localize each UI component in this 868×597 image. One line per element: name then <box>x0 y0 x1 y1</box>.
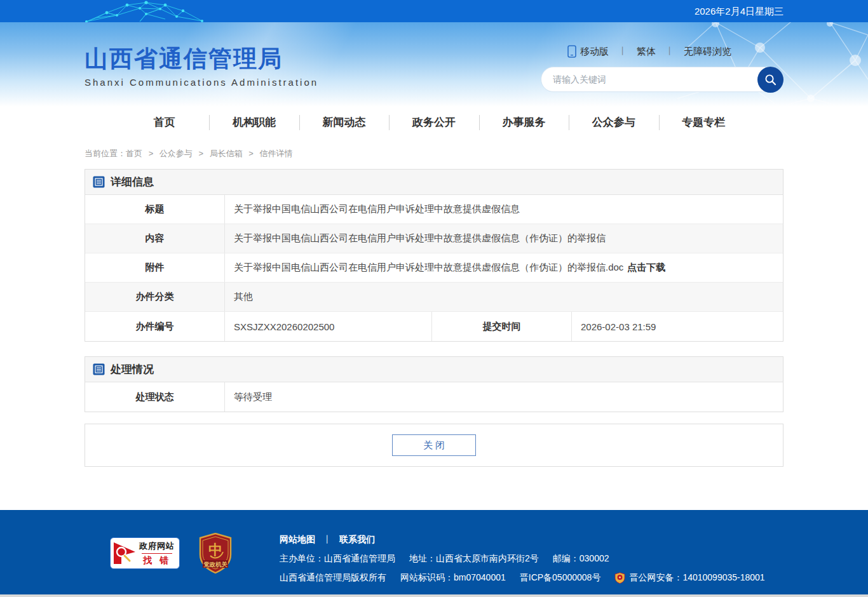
find-error-line2: 找 错 <box>137 555 177 567</box>
network-lines-decoration <box>677 22 868 107</box>
content-value: 关于举报中国电信山西公司在电信用户申诉处理中故意提供虚假信息（作伪证）的举报信 <box>225 224 783 253</box>
document-icon <box>93 363 105 375</box>
table-row-subject: 标题 关于举报中国电信山西公司在电信用户申诉处理中故意提供虚假信息 <box>85 195 783 224</box>
search-icon <box>764 74 776 86</box>
public-security-badge-icon <box>614 572 625 584</box>
detail-section-title: 详细信息 <box>111 175 154 189</box>
footer-links: 网站地图 丨 联系我们 <box>280 534 765 546</box>
top-bar: 2026年2月4日星期三 <box>0 0 868 22</box>
detail-info-header: 详细信息 <box>85 170 783 195</box>
content-label: 内容 <box>85 224 225 253</box>
case-number-value: SXSJZXX20260202500 <box>225 312 432 341</box>
contact-us-link[interactable]: 联系我们 <box>339 534 375 546</box>
sitemap-link[interactable]: 网站地图 <box>280 534 315 546</box>
postcode: 邮编：030002 <box>553 553 609 565</box>
traditional-chinese-label: 繁体 <box>637 46 656 58</box>
icp-record: 晋ICP备05000008号 <box>520 572 601 584</box>
header-banner: 山西省通信管理局 Shanxi Communications Administr… <box>0 22 868 107</box>
detail-info-panel: 详细信息 标题 关于举报中国电信山西公司在电信用户申诉处理中故意提供虚假信息 内… <box>85 169 783 342</box>
footer-info-line2: 山西省通信管理局版权所有 网站标识码：bm07040001 晋ICP备05000… <box>280 572 765 584</box>
submit-time-label: 提交时间 <box>432 312 572 341</box>
breadcrumb-separator: > <box>198 149 203 158</box>
footer-info-line1: 主办单位：山西省通信管理局 地址：山西省太原市南内环街2号 邮编：030002 <box>280 553 765 565</box>
find-error-divider <box>142 553 172 554</box>
search-input[interactable] <box>553 74 782 84</box>
action-bar: 关 闭 <box>85 424 783 467</box>
processing-header: 处理情况 <box>85 357 783 382</box>
close-button[interactable]: 关 闭 <box>392 434 476 456</box>
breadcrumb: 当前位置：首页 > 公众参与 > 局长信箱 > 信件详情 <box>85 148 783 159</box>
nav-item-news[interactable]: 新闻动态 <box>299 107 389 138</box>
site-identifier-code: 网站标识码：bm07040001 <box>400 572 506 584</box>
attachment-filename: 关于举报中国电信山西公司在电信用户申诉处理中故意提供虚假信息（作伪证）的举报信.… <box>234 262 623 274</box>
table-row-status: 处理状态 等待受理 <box>85 382 783 412</box>
status-label: 处理状态 <box>85 382 225 412</box>
phone-icon <box>567 45 576 58</box>
link-divider: 丨 <box>618 46 627 57</box>
nav-item-special-topics[interactable]: 专题专栏 <box>659 107 749 138</box>
footer-text-block: 网站地图 丨 联系我们 主办单位：山西省通信管理局 地址：山西省太原市南内环街2… <box>280 534 765 584</box>
table-row-case-number: 办件编号 SXSJZXX20260202500 提交时间 2026-02-03 … <box>85 312 783 341</box>
table-row-attachment: 附件 关于举报中国电信山西公司在电信用户申诉处理中故意提供虚假信息（作伪证）的举… <box>85 253 783 283</box>
find-error-line1: 政府网站 <box>137 540 177 552</box>
category-label: 办件分类 <box>85 283 225 311</box>
footer-link-divider: 丨 <box>323 534 332 546</box>
link-divider: 丨 <box>665 46 674 57</box>
red-flag-magnifier-icon <box>112 540 137 566</box>
processing-section-title: 处理情况 <box>111 362 154 377</box>
quick-links: 移动版 丨 繁体 丨 无障碍浏览 <box>567 45 731 58</box>
breadcrumb-public-participation[interactable]: 公众参与 <box>159 149 193 158</box>
mobile-version-label: 移动版 <box>580 46 609 58</box>
site-title: 山西省通信管理局 <box>85 46 318 72</box>
submit-time-value: 2026-02-03 21:59 <box>572 312 783 341</box>
security-record[interactable]: 晋公网安备：14010099035-18001 <box>629 572 764 584</box>
breadcrumb-prefix: 当前位置： <box>85 149 126 158</box>
network-globe-decoration <box>81 0 208 22</box>
traditional-chinese-link[interactable]: 繁体 <box>637 46 656 58</box>
accessibility-label: 无障碍浏览 <box>684 46 731 58</box>
accessibility-link[interactable]: 无障碍浏览 <box>684 46 731 58</box>
nav-item-services[interactable]: 办事服务 <box>479 107 569 138</box>
mobile-version-link[interactable]: 移动版 <box>567 45 609 58</box>
main-navigation: 首页 机构职能 新闻动态 政务公开 办事服务 公众参与 专题专栏 <box>0 107 868 138</box>
nav-item-public-participation[interactable]: 公众参与 <box>569 107 658 138</box>
site-title-english: Shanxi Communications Administration <box>85 77 318 88</box>
party-gov-organ-badge[interactable]: 中 党政机关 <box>198 533 233 576</box>
host-unit: 主办单位：山西省通信管理局 <box>280 553 395 565</box>
breadcrumb-home[interactable]: 首页 <box>126 149 142 158</box>
attachment-cell: 关于举报中国电信山西公司在电信用户申诉处理中故意提供虚假信息（作伪证）的举报信.… <box>225 253 783 282</box>
nav-item-home[interactable]: 首页 <box>119 107 209 138</box>
subject-value: 关于举报中国电信山西公司在电信用户申诉处理中故意提供虚假信息 <box>225 195 783 224</box>
site-logo: 山西省通信管理局 Shanxi Communications Administr… <box>85 46 318 88</box>
page-bottom-strip <box>0 594 868 597</box>
breadcrumb-letter-detail: 信件详情 <box>260 149 293 158</box>
nav-item-gov-disclosure[interactable]: 政务公开 <box>389 107 478 138</box>
table-row-content: 内容 关于举报中国电信山西公司在电信用户申诉处理中故意提供虚假信息（作伪证）的举… <box>85 224 783 253</box>
category-value: 其他 <box>225 283 783 311</box>
breadcrumb-director-mailbox[interactable]: 局长信箱 <box>210 149 243 158</box>
breadcrumb-separator: > <box>248 149 254 158</box>
breadcrumb-separator: > <box>149 149 154 158</box>
nav-item-functions[interactable]: 机构职能 <box>209 107 299 138</box>
current-date: 2026年2月4日星期三 <box>695 0 783 22</box>
subject-label: 标题 <box>85 195 225 224</box>
search-button[interactable] <box>757 67 783 93</box>
party-badge-text: 党政机关 <box>203 561 228 568</box>
case-number-label: 办件编号 <box>85 312 225 341</box>
find-error-texts: 政府网站 找 错 <box>137 540 177 567</box>
gov-site-error-report-badge[interactable]: 政府网站 找 错 <box>110 537 180 569</box>
copyright: 山西省通信管理局版权所有 <box>280 572 386 584</box>
attachment-label: 附件 <box>85 253 225 282</box>
red-shield-emblem-icon: 中 党政机关 <box>198 533 233 574</box>
processing-panel: 处理情况 处理状态 等待受理 <box>85 356 783 412</box>
table-row-category: 办件分类 其他 <box>85 283 783 312</box>
download-link[interactable]: 点击下载 <box>627 262 665 274</box>
document-icon <box>93 176 105 188</box>
address: 地址：山西省太原市南内环街2号 <box>409 553 539 565</box>
footer: 政府网站 找 错 中 党政机关 网站地图 丨 联系我们 主办单位：山西 <box>0 510 868 594</box>
search-bar <box>541 67 783 92</box>
status-value: 等待受理 <box>225 382 783 412</box>
